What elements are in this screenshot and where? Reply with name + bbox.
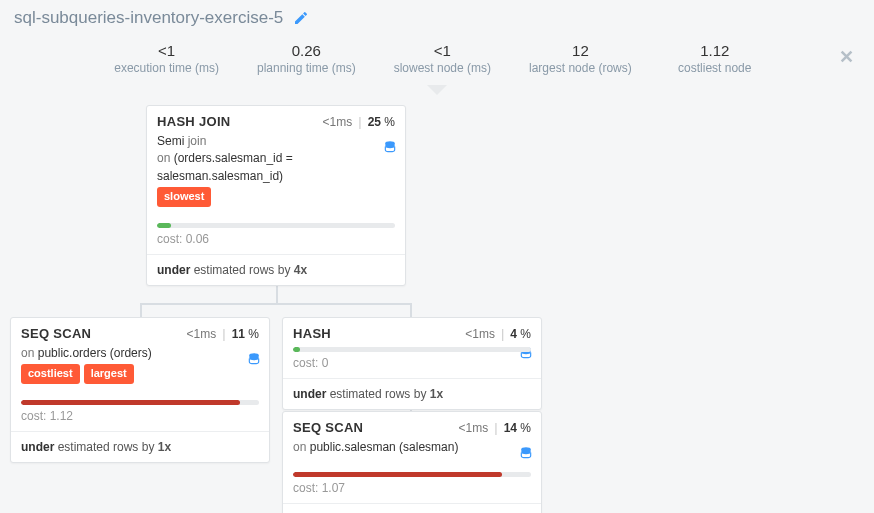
node-pct: 4 % [510, 327, 531, 341]
progress-bar [21, 400, 259, 405]
cost-label: cost: 0 [283, 356, 541, 378]
estimate-label: under estimated rows by 1x [283, 379, 541, 409]
node-seq-scan-orders[interactable]: SEQ SCAN <1ms | 11 % on public.orders (o… [10, 317, 270, 463]
tag-largest: largest [84, 364, 134, 384]
node-detail: on public.salesman (salesman) [283, 439, 541, 464]
database-icon [383, 140, 397, 154]
edit-icon[interactable] [293, 10, 309, 26]
cost-label: cost: 0.06 [147, 232, 405, 254]
progress-bar [293, 347, 531, 352]
stat-exec-time: <1execution time (ms) [114, 42, 219, 75]
database-icon [247, 352, 261, 366]
stat-slowest: <1slowest node (ms) [394, 42, 491, 75]
cost-label: cost: 1.12 [11, 409, 269, 431]
node-pct: 14 % [504, 421, 531, 435]
node-detail: on public.orders (orders) costliestlarge… [11, 345, 269, 392]
connector [410, 303, 412, 317]
node-hash[interactable]: HASH <1ms | 4 % cost: 0 under estimated … [282, 317, 542, 410]
progress-bar [157, 223, 395, 228]
stat-costliest: 1.12costliest node [670, 42, 760, 75]
node-time: <1ms [323, 115, 353, 129]
node-title: SEQ SCAN [21, 326, 91, 341]
tag-slowest: slowest [157, 187, 211, 207]
node-pct: 11 % [232, 327, 259, 341]
node-seq-scan-salesman[interactable]: SEQ SCAN <1ms | 14 % on public.salesman … [282, 411, 542, 513]
stats-row: <1execution time (ms) 0.26planning time … [0, 36, 874, 89]
node-pct: 25 % [368, 115, 395, 129]
node-hash-join[interactable]: HASH JOIN <1ms | 25 % Semi join on (orde… [146, 105, 406, 286]
estimate-label: under estimated rows by 4x [147, 255, 405, 285]
plan-title: sql-subqueries-inventory-exercise-5 [14, 8, 283, 28]
title-row: sql-subqueries-inventory-exercise-5 [0, 0, 874, 36]
node-time: <1ms [187, 327, 217, 341]
progress-bar [293, 472, 531, 477]
node-time: <1ms [465, 327, 495, 341]
tag-costliest: costliest [21, 364, 80, 384]
estimate-label: under estimated rows by 1x [283, 504, 541, 513]
estimate-label: under estimated rows by 1x [11, 432, 269, 462]
node-title: SEQ SCAN [293, 420, 363, 435]
cost-label: cost: 1.07 [283, 481, 541, 503]
database-icon [519, 446, 533, 460]
node-detail: Semi join on (orders.salesman_id = sales… [147, 133, 405, 215]
node-title: HASH JOIN [157, 114, 231, 129]
stat-plan-time: 0.26planning time (ms) [257, 42, 356, 75]
stat-largest: 12largest node (rows) [529, 42, 632, 75]
node-time: <1ms [459, 421, 489, 435]
plan-canvas: HASH JOIN <1ms | 25 % Semi join on (orde… [0, 103, 874, 513]
connector [140, 303, 142, 317]
node-title: HASH [293, 326, 331, 341]
connector [140, 303, 410, 305]
close-icon[interactable]: ✕ [839, 46, 854, 68]
